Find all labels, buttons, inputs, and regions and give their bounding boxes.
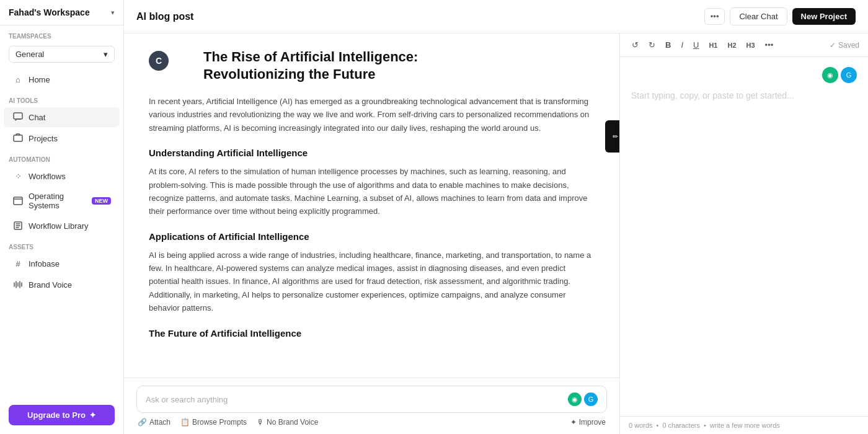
workspace-name: Fahad's Workspace [9, 7, 90, 17]
sidebar: Fahad's Workspace ▾ Teamspaces General ▾… [0, 0, 124, 434]
sidebar-item-workflow-library[interactable]: Workflow Library [4, 216, 120, 236]
redo-button[interactable]: ↻ [645, 38, 658, 51]
undo-button[interactable]: ↺ [629, 38, 642, 51]
bold-button[interactable]: B [662, 38, 674, 51]
browse-icon: 📋 [180, 418, 190, 427]
voice-icon: 🎙 [257, 418, 264, 427]
h3-button[interactable]: H3 [743, 40, 758, 51]
sidebar-item-infobase[interactable]: # Infobase [4, 254, 120, 273]
h2-button[interactable]: H2 [724, 40, 739, 51]
sidebar-item-brand-voice[interactable]: Brand Voice [4, 275, 120, 294]
separator1: • [657, 422, 659, 429]
svg-rect-1 [14, 135, 22, 141]
doc-section2-heading: Applications of Artificial Intelligence [149, 229, 595, 245]
chat-input-box: ◉ G [136, 386, 607, 413]
document-body: In recent years, Artificial Intelligence… [149, 95, 595, 342]
doc-section1-body: At its core, AI refers to the simulation… [149, 165, 595, 218]
doc-section1-heading: Understanding Artificial Intelligence [149, 146, 595, 161]
editor-panel: ↺ ↻ B I U H1 H2 H3 ••• ✓ Saved ◉ G Sta [620, 33, 868, 434]
close-tab-label: Close [599, 128, 606, 145]
workspace-selector[interactable]: Fahad's Workspace ▾ [0, 0, 123, 25]
doc-section3-heading: The Future of Artificial Intelligence [149, 326, 595, 342]
close-tab[interactable]: ✏ Close [605, 120, 619, 153]
sidebar-item-home[interactable]: ⌂ Home [4, 69, 120, 89]
sidebar-item-operating-systems[interactable]: Operating Systems NEW [4, 187, 120, 215]
new-project-button[interactable]: New Project [792, 8, 856, 25]
header-actions: ••• Clear Chat New Project [704, 7, 856, 25]
doc-intro: In recent years, Artificial Intelligence… [149, 95, 595, 135]
check-icon: ✓ [830, 41, 836, 50]
underline-button[interactable]: U [690, 38, 702, 51]
editor-footer: 0 words • 0 characters • write a few mor… [620, 416, 868, 434]
new-badge: NEW [92, 197, 111, 205]
chat-input[interactable] [146, 395, 568, 404]
chat-icon [12, 112, 24, 123]
hash-icon: # [12, 258, 24, 269]
more-options-button[interactable]: ••• [704, 8, 725, 25]
editor-body[interactable]: ◉ G Start typing, copy, or paste to get … [620, 57, 868, 416]
more-format-button[interactable]: ••• [762, 38, 777, 51]
char-count: 0 characters [662, 422, 700, 429]
upgrade-button[interactable]: Upgrade to Pro ✦ [9, 405, 115, 425]
brand-voice-button[interactable]: 🎙 No Brand Voice [257, 418, 318, 427]
sidebar-item-chat[interactable]: Chat + [4, 107, 120, 127]
projects-icon [12, 133, 24, 144]
chevron-down-icon: ▾ [104, 50, 108, 59]
svg-rect-2 [14, 197, 22, 205]
improve-button[interactable]: ✦ Improve [570, 418, 606, 427]
sidebar-item-projects[interactable]: Projects [4, 128, 120, 148]
author-avatar: C [149, 51, 169, 71]
document-panel: C The Rise of Artificial Intelligence: R… [124, 33, 620, 434]
assets-label: Assets [0, 236, 123, 253]
italic-button[interactable]: I [678, 38, 686, 51]
content-area: C The Rise of Artificial Intelligence: R… [124, 33, 868, 434]
brand-voice-icon [12, 279, 24, 290]
chat-tool-row: 🔗 Attach 📋 Browse Prompts 🎙 No Brand Voi… [136, 418, 607, 427]
teamspace-selector: General ▾ [0, 42, 123, 69]
ai-tools-label: AI Tools [0, 90, 123, 107]
sidebar-item-workflows[interactable]: ⁘ Workflows + [4, 166, 120, 186]
green-icon[interactable]: ◉ [568, 392, 582, 406]
footer-hint: write a few more words [710, 422, 780, 429]
chat-input-area: ◉ G 🔗 Attach 📋 Browse Prompts 🎙 [124, 378, 619, 434]
editor-toolbar: ↺ ↻ B I U H1 H2 H3 ••• ✓ Saved [620, 33, 868, 57]
sidebar-bottom: Upgrade to Pro ✦ [0, 396, 123, 434]
word-count: 0 words [629, 422, 653, 429]
document-scroll[interactable]: C The Rise of Artificial Intelligence: R… [124, 33, 619, 378]
teamspace-dropdown[interactable]: General ▾ [9, 46, 115, 63]
chat-input-icons: ◉ G [568, 392, 598, 406]
page-title: AI blog post [136, 11, 193, 22]
saved-indicator: ✓ Saved [830, 41, 859, 50]
os-icon [12, 195, 24, 206]
attach-icon: 🔗 [138, 418, 147, 427]
library-icon [12, 220, 24, 231]
main-header: AI blog post ••• Clear Chat New Project [124, 0, 868, 33]
improve-icon: ✦ [570, 418, 577, 427]
separator2: • [704, 422, 706, 429]
user-avatar-teal: G [841, 67, 857, 83]
editor-avatars: ◉ G [631, 67, 857, 83]
diamond-icon: ✦ [89, 410, 96, 420]
pencil-icon: ✏ [612, 133, 619, 141]
teal-icon[interactable]: G [584, 392, 598, 406]
document-title-block: The Rise of Artificial Intelligence: Rev… [203, 48, 418, 85]
attach-button[interactable]: 🔗 Attach [138, 418, 170, 427]
document-title: The Rise of Artificial Intelligence: Rev… [203, 48, 418, 82]
workflows-icon: ⁘ [12, 170, 24, 182]
editor-placeholder: Start typing, copy, or paste to get star… [631, 91, 857, 100]
home-icon: ⌂ [12, 74, 24, 85]
browse-prompts-button[interactable]: 📋 Browse Prompts [180, 418, 247, 427]
svg-rect-0 [14, 113, 22, 119]
h1-button[interactable]: H1 [706, 40, 720, 51]
user-avatar-green: ◉ [822, 67, 838, 83]
main-area: AI blog post ••• Clear Chat New Project … [124, 0, 868, 434]
chevron-down-icon: ▾ [111, 9, 115, 17]
clear-chat-button[interactable]: Clear Chat [730, 7, 787, 25]
doc-section2-body: AI is being applied across a wide range … [149, 249, 595, 315]
automation-label: Automation [0, 149, 123, 166]
teamspaces-label: Teamspaces [0, 25, 123, 42]
